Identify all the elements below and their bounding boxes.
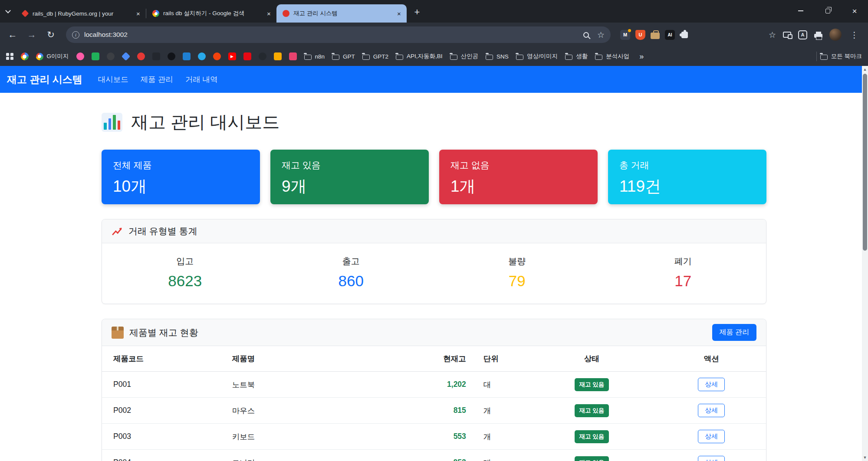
briefcase-extension-icon[interactable] (651, 33, 660, 39)
chevron-down-icon (5, 8, 11, 13)
page-viewport: 재고 관리 시스템 대시보드 제품 관리 거래 내역 재고 관리 대시보드 전체… (0, 66, 868, 461)
txn-stat-inbound: 입고 8623 (102, 255, 268, 290)
print-icon[interactable] (814, 34, 822, 38)
table-header-row: 제품코드 제품명 현재고 단위 상태 액션 (102, 346, 766, 372)
product-code: P001 (102, 372, 224, 398)
bookmark-favicon[interactable] (137, 52, 145, 60)
tab-google-search[interactable]: rails db 설치하기 - Google 검색 × (146, 4, 276, 23)
col-header-action: 액션 (657, 346, 766, 372)
close-tab-icon[interactable]: × (134, 10, 142, 18)
profile-avatar[interactable] (829, 29, 842, 41)
product-name: 마우스 (224, 398, 367, 424)
inventory-table: 제품코드 제품명 현재고 단위 상태 액션 P001 노트북 1,202 (102, 346, 766, 461)
bookmark-favicon[interactable] (168, 52, 175, 60)
bookmark-folder-api[interactable]: API,자동화,BI (396, 52, 443, 60)
page-scrollbar[interactable]: ▲ ▼ (862, 66, 868, 461)
txn-stat-defect: 불량 79 (434, 255, 600, 290)
detail-button[interactable]: 상세 (698, 430, 725, 443)
product-code: P002 (102, 398, 224, 424)
bookmark-favicon[interactable] (213, 52, 221, 60)
all-bookmarks-button[interactable]: 모든 북마크 (816, 52, 862, 61)
main-container: 재고 관리 대시보드 전체 제품 10개 재고 있음 9개 재고 없음 1개 총… (102, 110, 766, 461)
bookmark-folder-saningong[interactable]: 산인공 (450, 52, 479, 60)
bookmark-folder-life[interactable]: 생활 (565, 52, 588, 60)
bookmark-favicon[interactable] (92, 52, 99, 60)
star-icon[interactable]: ☆ (769, 30, 776, 40)
tab-inventory-system[interactable]: 재고 관리 시스템 × (276, 4, 407, 23)
back-button[interactable]: ← (4, 26, 21, 43)
maximize-button[interactable] (814, 0, 841, 22)
tab-rubygems[interactable]: rails_db | RubyGems.org | your × (16, 4, 146, 23)
app-brand[interactable]: 재고 관리 시스템 (7, 73, 82, 86)
bookmark-favicon[interactable] (107, 52, 115, 60)
col-header-name: 제품명 (224, 346, 367, 372)
folder-label: GPT (343, 53, 355, 60)
nav-link-products[interactable]: 제품 관리 (141, 74, 173, 85)
detail-button[interactable]: 상세 (698, 378, 725, 391)
youtube-favicon[interactable]: ▶ (228, 52, 236, 60)
bookmark-folder-media[interactable]: 영상/이미지 (516, 52, 558, 60)
close-window-button[interactable]: × (841, 0, 868, 22)
bookmark-folder-gpt2[interactable]: GPT2 (362, 53, 388, 60)
nav-link-transactions[interactable]: 거래 내역 (185, 74, 218, 85)
col-header-code: 제품코드 (102, 346, 224, 372)
product-name: 키보드 (224, 424, 367, 450)
status-badge: 재고 있음 (575, 378, 609, 391)
bookmark-favicon[interactable] (243, 52, 251, 60)
zoom-icon[interactable] (583, 32, 589, 38)
forward-button[interactable]: → (23, 26, 40, 43)
scroll-down-icon[interactable]: ▼ (863, 454, 867, 461)
scrollbar-thumb[interactable] (863, 74, 867, 251)
bookmark-folder-sns[interactable]: SNS (486, 53, 509, 60)
bookmark-favicon[interactable] (198, 52, 206, 60)
stat-value: 119건 (619, 176, 755, 197)
txn-value: 79 (434, 272, 600, 290)
bookmark-favicon[interactable] (274, 52, 282, 60)
scroll-up-icon[interactable]: ▲ (863, 66, 867, 73)
window-controls: × (787, 0, 868, 22)
devices-icon[interactable] (783, 32, 791, 38)
nav-link-dashboard[interactable]: 대시보드 (98, 74, 128, 85)
panel-header: 거래 유형별 통계 (102, 219, 766, 243)
google-favicon (152, 10, 159, 17)
google-bookmark-favicon[interactable] (21, 52, 29, 60)
browser-menu-icon[interactable]: ⋮ (848, 30, 860, 40)
bookmark-folder-n8n[interactable]: n8n (304, 53, 325, 60)
github-favicon[interactable] (259, 52, 266, 60)
tab-search-button[interactable] (0, 0, 16, 23)
address-bar[interactable]: i localhost:3002 ☆ (66, 26, 611, 43)
site-info-icon[interactable]: i (72, 31, 79, 39)
bookmark-gimage[interactable]: G이미지 (36, 52, 69, 60)
txn-stat-disposal: 폐기 17 (600, 255, 766, 290)
new-tab-button[interactable]: + (409, 4, 425, 20)
bookmark-folder-gpt[interactable]: GPT (332, 53, 355, 60)
bookmark-favicon[interactable] (183, 52, 191, 60)
close-tab-icon[interactable]: × (395, 10, 403, 18)
folder-icon (595, 55, 602, 60)
detail-button[interactable]: 상세 (698, 404, 725, 417)
extensions-puzzle-icon[interactable] (681, 32, 688, 38)
bookmark-favicon[interactable] (289, 52, 297, 60)
bookmark-folder-analysis[interactable]: 분석사업 (595, 52, 629, 60)
bookmarks-overflow-icon[interactable]: » (639, 52, 644, 61)
detail-button[interactable]: 상세 (698, 456, 725, 461)
translate-icon[interactable]: A (798, 30, 807, 39)
bookmark-favicon[interactable] (121, 52, 130, 61)
inventory-panel: 제품별 재고 현황 제품 관리 제품코드 제품명 현재고 단위 상태 액션 (102, 319, 766, 461)
tab-title: 재고 관리 시스템 (293, 10, 391, 17)
url-text[interactable]: localhost:3002 (84, 31, 579, 39)
close-tab-icon[interactable]: × (265, 10, 273, 18)
minimize-button[interactable] (787, 0, 814, 22)
bookmark-star-icon[interactable]: ☆ (597, 30, 605, 40)
folder-icon (820, 55, 828, 60)
folder-icon (565, 55, 572, 60)
ublock-icon[interactable]: U (635, 30, 645, 40)
apps-grid-icon[interactable] (6, 53, 13, 60)
extension-m-icon[interactable]: M (620, 30, 630, 40)
ai-extension-icon[interactable]: AI (665, 30, 675, 40)
manage-products-button[interactable]: 제품 관리 (712, 324, 756, 341)
bookmark-favicon[interactable] (76, 52, 84, 60)
bookmark-favicon[interactable] (152, 52, 160, 60)
folder-label: 생활 (576, 52, 588, 60)
reload-button[interactable]: ↻ (43, 26, 59, 43)
